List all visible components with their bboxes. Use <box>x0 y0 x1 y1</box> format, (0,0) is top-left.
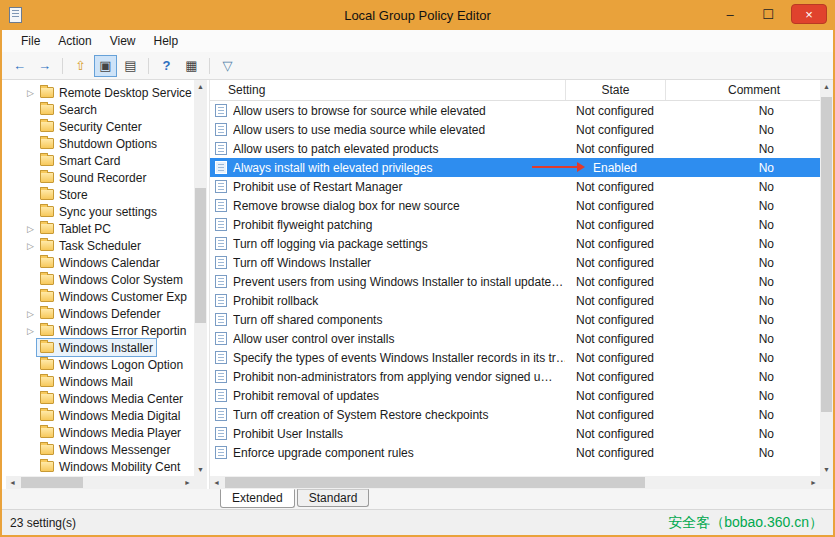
setting-state: Not configured <box>565 446 665 460</box>
scroll-down-icon[interactable]: ▼ <box>820 463 833 476</box>
scroll-down-icon[interactable]: ▼ <box>194 463 207 476</box>
tree-item[interactable]: Windows Media Player <box>6 424 194 441</box>
setting-row[interactable]: Prohibit flyweight patching Not configur… <box>210 215 820 234</box>
setting-row[interactable]: Allow user control over installs Not con… <box>210 329 820 348</box>
scroll-up-icon[interactable]: ▲ <box>820 80 833 93</box>
scroll-track[interactable] <box>194 93 207 463</box>
menu-item[interactable]: View <box>101 31 145 51</box>
folder-icon <box>40 393 54 404</box>
scroll-left-icon[interactable]: ◄ <box>210 476 223 489</box>
folder-icon <box>40 206 54 217</box>
expand-arrow-icon[interactable]: ▷ <box>24 241 37 251</box>
setting-row[interactable]: Prohibit removal of updates Not configur… <box>210 386 820 405</box>
tree-item[interactable]: Windows Color System <box>6 271 194 288</box>
tree-item[interactable]: ▷ Task Scheduler <box>6 237 194 254</box>
setting-comment: No <box>665 332 820 346</box>
list-horizontal-scrollbar[interactable]: ◄ ► <box>210 476 820 489</box>
tree-item[interactable]: Windows Media Digital <box>6 407 194 424</box>
tree-vertical-scrollbar[interactable]: ▲ ▼ <box>194 80 207 476</box>
setting-state: Not configured <box>565 218 665 232</box>
tree-item[interactable]: Store <box>6 186 194 203</box>
tree-item[interactable]: Windows Customer Exp <box>6 288 194 305</box>
expand-arrow-icon[interactable]: ▷ <box>24 309 37 319</box>
setting-row[interactable]: Enforce upgrade component rules Not conf… <box>210 443 820 462</box>
setting-row[interactable]: Allow users to browse for source while e… <box>210 101 820 120</box>
view-tab[interactable]: Standard <box>297 489 370 507</box>
scroll-track[interactable] <box>223 476 807 489</box>
toolbar-separator <box>62 58 63 74</box>
back-button[interactable]: ← <box>8 55 31 77</box>
menu-item[interactable]: File <box>12 31 49 51</box>
setting-row[interactable]: Turn off creation of System Restore chec… <box>210 405 820 424</box>
expand-arrow-icon[interactable]: ▷ <box>24 88 37 98</box>
menu-item[interactable]: Help <box>145 31 188 51</box>
setting-row[interactable]: Prohibit User Installs Not configured No <box>210 424 820 443</box>
titlebar[interactable]: Local Group Policy Editor – ☐ × <box>0 0 835 30</box>
tree-item[interactable]: Windows Messenger <box>6 441 194 458</box>
tree-item[interactable]: Windows Media Center <box>6 390 194 407</box>
setting-row[interactable]: Turn off logging via package settings No… <box>210 234 820 253</box>
scroll-up-icon[interactable]: ▲ <box>194 80 207 93</box>
expand-arrow-icon[interactable]: ▷ <box>24 224 37 234</box>
column-header-comment[interactable]: Comment <box>666 80 820 100</box>
tree-item[interactable]: Windows Mobility Cent <box>6 458 194 475</box>
view-tab[interactable]: Extended <box>220 489 295 508</box>
maximize-button[interactable]: ☐ <box>753 4 783 24</box>
scroll-thumb[interactable] <box>225 477 645 488</box>
tree-item[interactable]: Windows Installer <box>6 339 194 356</box>
tree-item[interactable]: Windows Mail <box>6 373 194 390</box>
setting-row[interactable]: Prohibit non-administrators from applyin… <box>210 367 820 386</box>
tree-item-body: Shutdown Options <box>37 135 160 152</box>
filter-button[interactable]: ▽ <box>216 55 239 77</box>
up-one-level-button[interactable]: ⇧ <box>69 55 92 77</box>
show-console-tree-button[interactable]: ▣ <box>94 55 117 77</box>
scroll-thumb[interactable] <box>195 188 206 323</box>
tree-horizontal-scrollbar[interactable]: ◄ ► <box>6 476 194 489</box>
column-header-state[interactable]: State <box>566 80 666 100</box>
scroll-right-icon[interactable]: ► <box>181 476 194 489</box>
scroll-thumb[interactable] <box>821 97 832 412</box>
tree-item[interactable]: ▷ Remote Desktop Service <box>6 84 194 101</box>
help-button[interactable]: ? <box>155 55 178 77</box>
tree-item[interactable]: Security Center <box>6 118 194 135</box>
tree-item[interactable]: Windows Calendar <box>6 254 194 271</box>
scroll-track[interactable] <box>19 476 181 489</box>
scroll-track[interactable] <box>820 93 833 463</box>
setting-row[interactable]: Prohibit use of Restart Manager Not conf… <box>210 177 820 196</box>
setting-comment: No <box>665 427 820 441</box>
tree-item[interactable]: ▷ Windows Defender <box>6 305 194 322</box>
tree-item[interactable]: ▷ Tablet PC <box>6 220 194 237</box>
setting-row[interactable]: Turn off shared components Not configure… <box>210 310 820 329</box>
scroll-right-icon[interactable]: ► <box>807 476 820 489</box>
policy-setting-icon <box>215 427 227 440</box>
tree-item[interactable]: Sync your settings <box>6 203 194 220</box>
list-vertical-scrollbar[interactable]: ▲ ▼ <box>820 80 833 476</box>
tree-item[interactable]: Shutdown Options <box>6 135 194 152</box>
setting-row[interactable]: Prohibit rollback Not configured No <box>210 291 820 310</box>
setting-row[interactable]: Allow users to use media source while el… <box>210 120 820 139</box>
tree-item[interactable]: Search <box>6 101 194 118</box>
tree-item[interactable]: Smart Card <box>6 152 194 169</box>
scroll-left-icon[interactable]: ◄ <box>6 476 19 489</box>
forward-button[interactable]: → <box>33 55 56 77</box>
minimize-button[interactable]: – <box>715 4 745 24</box>
show-extended-view-button[interactable]: ▦ <box>180 55 203 77</box>
setting-row[interactable]: Always install with elevated privileges … <box>210 158 820 177</box>
setting-name: Prohibit non-administrators from applyin… <box>233 370 565 384</box>
tree-item[interactable]: Sound Recorder <box>6 169 194 186</box>
expand-arrow-icon[interactable]: ▷ <box>24 326 37 336</box>
close-button[interactable]: × <box>791 4 827 24</box>
export-list-button[interactable]: ▤ <box>119 55 142 77</box>
tree-item[interactable]: ▷ Windows Error Reportin <box>6 322 194 339</box>
setting-row[interactable]: Remove browse dialog box for new source … <box>210 196 820 215</box>
menu-item[interactable]: Action <box>49 31 100 51</box>
main-area: ▷ Remote Desktop Service Search <box>2 80 833 489</box>
setting-row[interactable]: Prevent users from using Windows Install… <box>210 272 820 291</box>
setting-row[interactable]: Turn off Windows Installer Not configure… <box>210 253 820 272</box>
setting-row[interactable]: Specify the types of events Windows Inst… <box>210 348 820 367</box>
setting-row[interactable]: Allow users to patch elevated products N… <box>210 139 820 158</box>
column-header-setting[interactable]: Setting <box>210 80 566 100</box>
tree-item[interactable]: Windows Logon Option <box>6 356 194 373</box>
scroll-thumb[interactable] <box>21 477 83 488</box>
setting-name: Specify the types of events Windows Inst… <box>233 351 565 365</box>
